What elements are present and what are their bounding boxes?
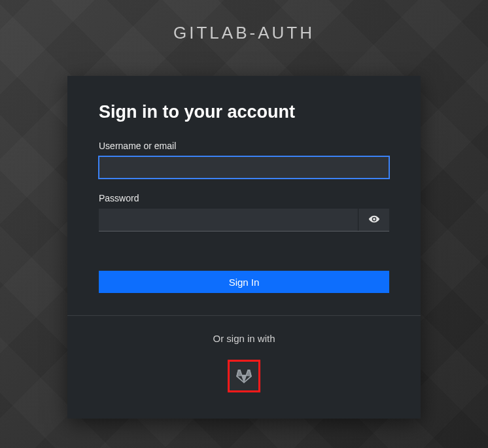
signin-button[interactable]: Sign In — [99, 271, 389, 293]
app-title: GITLAB-AUTH — [0, 23, 488, 43]
eye-icon — [368, 213, 380, 227]
card-footer: Or sign in with — [67, 316, 421, 419]
password-field-group: Password — [99, 193, 389, 232]
gitlab-provider-button[interactable] — [228, 360, 260, 392]
username-input[interactable] — [99, 156, 389, 179]
card-body: Sign in to your account Username or emai… — [67, 76, 421, 315]
alt-signin-label: Or sign in with — [99, 333, 389, 344]
signin-heading: Sign in to your account — [99, 102, 389, 122]
password-input[interactable] — [99, 209, 358, 231]
username-field-group: Username or email — [99, 141, 389, 179]
login-card: Sign in to your account Username or emai… — [67, 76, 421, 419]
gitlab-icon — [235, 367, 253, 386]
username-label: Username or email — [99, 141, 389, 151]
password-label: Password — [99, 193, 389, 203]
toggle-password-visibility-button[interactable] — [358, 209, 389, 231]
